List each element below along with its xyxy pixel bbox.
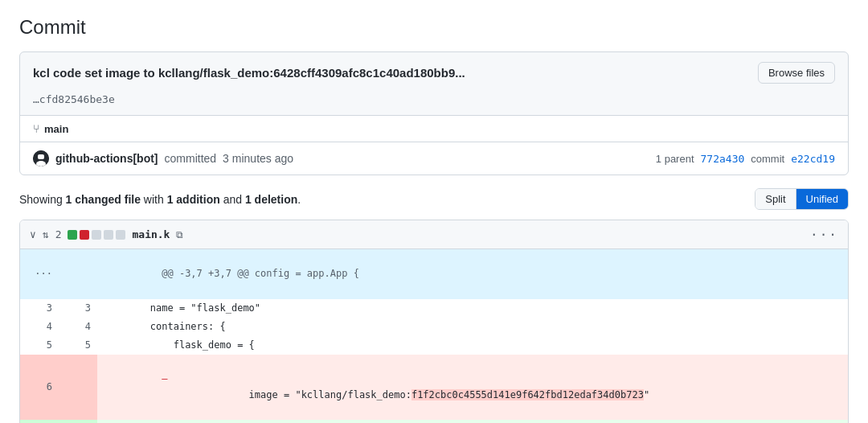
author-avatar bbox=[33, 150, 49, 166]
new-line-num: 4 bbox=[59, 318, 97, 336]
unified-view-button[interactable]: Unified bbox=[796, 189, 848, 209]
stat-sq-gray-1 bbox=[92, 230, 101, 240]
svg-rect-1 bbox=[38, 154, 44, 159]
commit-branch-row: ⑂ main bbox=[20, 115, 848, 142]
hunk-header-content: @@ -3,7 +3,7 @@ config = app.App { bbox=[97, 249, 848, 299]
additions-count: 1 addition bbox=[167, 193, 220, 206]
diff-hunk-header-row: ··· @@ -3,7 +3,7 @@ config = app.App { bbox=[20, 249, 848, 299]
diff-stat-icon: ⇅ bbox=[43, 228, 49, 240]
commit-right-meta: 1 parent 772a430 commit e22cd19 bbox=[656, 153, 835, 165]
stat-sq-gray-3 bbox=[116, 230, 125, 240]
stat-sq-red bbox=[80, 230, 89, 240]
author-left: github-actions[bot] committed 3 minutes … bbox=[33, 150, 293, 166]
branch-name: main bbox=[44, 123, 68, 135]
old-line-num: 6 bbox=[20, 355, 59, 420]
commit-label: commit bbox=[751, 153, 784, 165]
new-line-num bbox=[59, 355, 97, 420]
new-line-num: 5 bbox=[59, 336, 97, 355]
parent-label: 1 parent bbox=[656, 153, 694, 165]
diff-stat-count: 2 bbox=[55, 228, 62, 240]
hunk-old-num: ··· bbox=[20, 249, 59, 299]
new-line-num: 3 bbox=[59, 299, 97, 318]
expand-icon[interactable]: ∨ bbox=[30, 228, 36, 240]
stat-sq-gray-2 bbox=[104, 230, 113, 240]
hunk-new-num bbox=[59, 249, 97, 299]
commit-hash-value[interactable]: e22cd19 bbox=[791, 153, 835, 165]
diff-summary-row: Showing 1 changed file with 1 addition a… bbox=[19, 188, 849, 210]
diff-line-content: name = "flask_demo" bbox=[97, 299, 848, 318]
deleted-hash: f1f2cbc0c4555d141e9f642fbd12edaf34d0b723 bbox=[411, 389, 644, 400]
table-row: 3 3 name = "flask_demo" bbox=[20, 299, 848, 318]
deletions-count: 1 deletion bbox=[245, 193, 297, 206]
parent-hash[interactable]: 772a430 bbox=[701, 153, 745, 165]
commit-header: kcl code set image to kcllang/flask_demo… bbox=[19, 51, 849, 175]
diff-file-header: ∨ ⇅ 2 main.k ⧉ ··· bbox=[20, 220, 848, 249]
diff-filename: main.k bbox=[132, 228, 170, 240]
commit-time: 3 minutes ago bbox=[223, 152, 293, 165]
diff-sign-deleted: – bbox=[162, 373, 167, 384]
diff-stat-squares bbox=[68, 230, 125, 240]
old-line-num: 3 bbox=[20, 299, 59, 318]
commit-hash-short: …cfd82546be3e bbox=[20, 93, 848, 115]
old-line-num bbox=[20, 420, 59, 423]
diff-summary-text: Showing 1 changed file with 1 addition a… bbox=[19, 193, 301, 206]
diff-line-content: flask_demo = { bbox=[97, 336, 848, 355]
diff-view-toggle: Split Unified bbox=[755, 188, 849, 210]
page-title: Commit bbox=[19, 16, 849, 39]
diff-line-content: containers: { bbox=[97, 318, 848, 336]
diff-table: ··· @@ -3,7 +3,7 @@ config = app.App { 3… bbox=[20, 249, 848, 423]
commit-author-row: github-actions[bot] committed 3 minutes … bbox=[20, 142, 848, 175]
split-view-button[interactable]: Split bbox=[755, 189, 796, 209]
commit-message: kcl code set image to kcllang/flask_demo… bbox=[33, 66, 465, 80]
diff-more-options-icon[interactable]: ··· bbox=[810, 227, 838, 242]
commit-header-top: kcl code set image to kcllang/flask_demo… bbox=[20, 52, 848, 93]
branch-icon: ⑂ bbox=[33, 122, 39, 135]
new-line-num: 6 bbox=[59, 420, 97, 423]
stat-sq-green bbox=[68, 230, 77, 240]
diff-file-left: ∨ ⇅ 2 main.k ⧉ bbox=[30, 228, 183, 240]
author-action: committed bbox=[165, 152, 217, 165]
old-line-num: 5 bbox=[20, 336, 59, 355]
copy-filename-icon[interactable]: ⧉ bbox=[176, 229, 183, 240]
table-row: 6 + image = "kcllang/flask_demo:6428cff4… bbox=[20, 420, 848, 423]
table-row: 6 – image = "kcllang/flask_demo:f1f2cbc0… bbox=[20, 355, 848, 420]
diff-container: ∨ ⇅ 2 main.k ⧉ ··· ··· @@ -3,7 +3,7 @@ c… bbox=[19, 220, 849, 423]
hunk-header-text: @@ -3,7 +3,7 @@ config = app.App { bbox=[162, 268, 359, 279]
diff-line-content: + image = "kcllang/flask_demo:6428cff430… bbox=[97, 420, 848, 423]
browse-files-button[interactable]: Browse files bbox=[758, 62, 835, 84]
table-row: 4 4 containers: { bbox=[20, 318, 848, 336]
old-line-num: 4 bbox=[20, 318, 59, 336]
diff-line-content: – image = "kcllang/flask_demo:f1f2cbc0c4… bbox=[97, 355, 848, 420]
changed-count: 1 changed file bbox=[66, 193, 141, 206]
author-name: github-actions[bot] bbox=[55, 152, 158, 165]
table-row: 5 5 flask_demo = { bbox=[20, 336, 848, 355]
